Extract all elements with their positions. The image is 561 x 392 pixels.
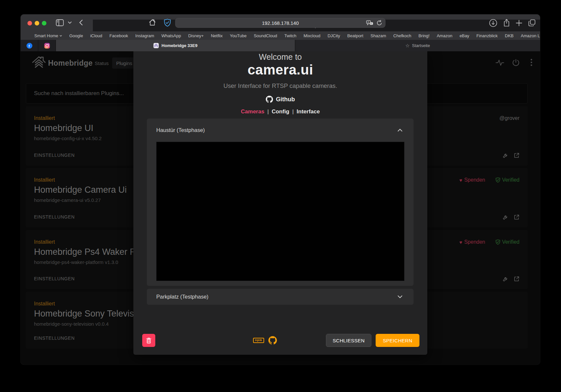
bookmark-label: SoundCloud xyxy=(254,33,277,38)
bookmark-item[interactable]: WhatsApp xyxy=(162,33,181,38)
bookmark-item[interactable]: Beatport xyxy=(347,33,363,38)
pinned-tab-facebook[interactable]: f xyxy=(21,40,38,51)
bookmark-label: Shazam xyxy=(370,33,386,38)
bookmark-folder-smart-home[interactable]: Smart Home xyxy=(34,33,62,38)
tab-overview-icon[interactable] xyxy=(528,19,536,26)
bookmark-item[interactable]: Shazam xyxy=(370,33,386,38)
new-tab-icon[interactable] xyxy=(516,20,522,26)
chevron-down-icon xyxy=(398,295,402,298)
chevron-down-icon xyxy=(68,22,72,24)
bookmark-label: Beatport xyxy=(347,33,363,38)
github-label: Github xyxy=(276,96,295,103)
tab-cameras[interactable]: Cameras xyxy=(241,108,264,115)
save-button[interactable]: SPEICHERN xyxy=(376,334,419,347)
share-icon[interactable] xyxy=(503,19,510,27)
bookmark-label: Twitch xyxy=(284,33,297,38)
facebook-icon: f xyxy=(26,43,32,49)
bookmark-item[interactable]: DJCity xyxy=(328,33,340,38)
bookmark-item[interactable]: Disney+ xyxy=(188,33,204,38)
sidebar-toggle-button[interactable] xyxy=(56,19,64,26)
chevron-left-icon xyxy=(79,20,83,25)
bookmark-label: YouTube xyxy=(230,33,246,38)
tab-title: Homebridge 33E9 xyxy=(162,43,197,48)
github-icon xyxy=(266,96,273,103)
tab-interface[interactable]: Interface xyxy=(297,108,320,115)
bookmark-item[interactable]: Facebook xyxy=(110,33,128,38)
bookmark-item[interactable]: Chefkoch xyxy=(393,33,411,38)
bookmark-item[interactable]: SoundCloud xyxy=(254,33,277,38)
github-link-footer[interactable] xyxy=(268,336,277,345)
bookmark-item[interactable]: Amazon xyxy=(437,33,452,38)
accordion-header[interactable]: Parkplatz (Testphase) xyxy=(147,289,414,305)
camera-name: Parkplatz (Testphase) xyxy=(156,294,209,300)
tab-separator: | xyxy=(292,108,294,115)
bookmark-label: Amazon xyxy=(437,33,452,38)
svg-text:A: A xyxy=(367,21,369,23)
close-modal-button[interactable]: SCHLIESSEN xyxy=(326,334,371,347)
pinned-tab-instagram[interactable] xyxy=(38,40,56,51)
chevron-up-icon xyxy=(398,129,402,132)
bookmark-item[interactable]: Netflix xyxy=(211,33,223,38)
bookmark-item[interactable]: Google xyxy=(69,33,83,38)
bookmark-label: Netflix xyxy=(211,33,223,38)
npm-link[interactable]: npm xyxy=(253,338,264,343)
modal-app-name: camera.ui xyxy=(133,62,427,78)
bookmark-item[interactable]: Amazon LBB xyxy=(521,33,540,38)
homebridge-tab-icon xyxy=(153,43,159,48)
accordion-header[interactable]: Haustür (Testphase) xyxy=(147,119,414,142)
modal-tab-bar: Cameras | Config | Interface xyxy=(133,108,427,115)
tab-homebridge[interactable]: Homebridge 33E9 xyxy=(56,40,295,51)
bookmark-label: Amazon LBB xyxy=(521,33,540,38)
bookmark-item[interactable]: Mixcloud xyxy=(304,33,320,38)
bookmark-item[interactable]: Bring! xyxy=(418,33,430,38)
camera-ui-settings-modal: Welcome to camera.ui User Interface for … xyxy=(133,51,427,355)
instagram-icon xyxy=(44,43,50,49)
close-window-button[interactable] xyxy=(27,21,32,25)
delete-button[interactable] xyxy=(142,334,155,347)
bookmark-item[interactable]: Twitch xyxy=(284,33,297,38)
bookmark-item[interactable]: iCloud xyxy=(90,33,102,38)
bookmark-label: eBay xyxy=(460,33,469,38)
reload-icon[interactable] xyxy=(377,20,382,26)
shield-check-icon xyxy=(164,19,171,27)
sidebar-icon xyxy=(56,19,64,26)
url-bar[interactable]: 192.168.178.140 Ax xyxy=(175,18,385,28)
home-icon xyxy=(149,19,156,26)
camera-accordion-haustuer: Haustür (Testphase) xyxy=(147,119,414,286)
bookmark-label: DJCity xyxy=(328,33,340,38)
bookmark-item[interactable]: YouTube xyxy=(230,33,246,38)
camera-video-preview[interactable] xyxy=(156,142,404,281)
modal-subtitle: User Interface for RTSP capable cameras. xyxy=(133,82,427,90)
camera-accordion-parkplatz: Parkplatz (Testphase) xyxy=(147,289,414,305)
bookmark-label: Facebook xyxy=(110,33,128,38)
translate-icon[interactable]: Ax xyxy=(366,20,373,26)
tab-separator: | xyxy=(267,108,269,115)
browser-window: 192.168.178.140 Ax Smart Home Google iCl… xyxy=(21,14,540,365)
adblock-shield-button[interactable] xyxy=(164,19,171,27)
tab-startseite[interactable]: ☆ Startseite xyxy=(295,40,540,51)
zoom-window-button[interactable] xyxy=(42,21,46,25)
tab-title: Startseite xyxy=(412,43,430,48)
browser-content: Homebridge Status Plugins Suche nach ins… xyxy=(21,51,540,365)
bookmark-label: iCloud xyxy=(90,33,102,38)
bookmark-item[interactable]: Finanzblick xyxy=(476,33,498,38)
bookmark-label: WhatsApp xyxy=(162,33,181,38)
bookmark-item[interactable]: DKB xyxy=(505,33,514,38)
github-icon xyxy=(268,336,277,345)
bookmark-label: Chefkoch xyxy=(393,33,411,38)
bookmark-label: Smart Home xyxy=(34,33,58,38)
trash-icon xyxy=(146,337,151,344)
home-button[interactable] xyxy=(149,19,156,26)
downloads-icon[interactable] xyxy=(489,19,497,27)
bookmark-label: Finanzblick xyxy=(476,33,498,38)
bookmarks-bar: Smart Home Google iCloud Facebook Instag… xyxy=(21,31,540,40)
minimize-window-button[interactable] xyxy=(35,21,39,25)
bookmark-label: Mixcloud xyxy=(304,33,320,38)
sidebar-chevron-button[interactable] xyxy=(68,22,72,24)
bookmark-item[interactable]: Instagram xyxy=(135,33,154,38)
bookmark-item[interactable]: eBay xyxy=(460,33,469,38)
back-button[interactable] xyxy=(79,20,83,25)
github-link[interactable]: Github xyxy=(133,96,427,103)
tab-config[interactable]: Config xyxy=(272,108,289,115)
svg-text:f: f xyxy=(28,44,30,48)
